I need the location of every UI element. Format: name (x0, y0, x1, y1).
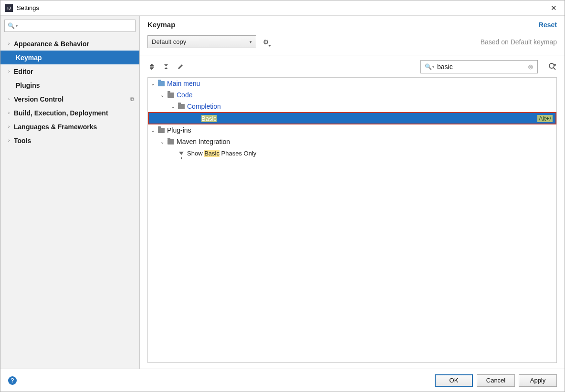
find-action-by-shortcut-icon[interactable] (548, 62, 557, 71)
chevron-right-icon: › (8, 41, 14, 46)
sidebar-item-keymap[interactable]: Keymap (0, 51, 139, 64)
window-title: Settings (17, 4, 548, 11)
tree-label: Show Basic Phases Only (187, 149, 256, 157)
tree-label: Plug-ins (167, 126, 191, 134)
sidebar-item-label: Editor (14, 68, 33, 75)
sidebar-item-label: Build, Execution, Deployment (14, 109, 108, 117)
sidebar-item-plugins[interactable]: Plugins (0, 78, 139, 92)
sidebar: 🔍▾ › Appearance & Behavior Keymap › Edit… (0, 16, 140, 369)
sidebar-item-label: Appearance & Behavior (14, 40, 89, 48)
chevron-down-icon: ⌄ (151, 81, 157, 86)
svg-point-2 (554, 64, 556, 66)
tree-node-show-basic-phases[interactable]: ⌄ Show Basic Phases Only (148, 147, 556, 159)
tree-node-plugins[interactable]: ⌄ Plug-ins (148, 124, 556, 136)
tree-node-completion[interactable]: ⌄ Completion (148, 101, 556, 112)
keymap-selector-row: Default copy ▾ ⚙ Based on Default keymap (140, 32, 565, 55)
chevron-down-icon: ⌄ (160, 139, 167, 144)
sidebar-item-editor[interactable]: › Editor (0, 64, 139, 78)
sidebar-item-label: Plugins (16, 82, 40, 89)
cancel-button[interactable]: Cancel (477, 374, 515, 387)
tree-label: Main menu (167, 80, 200, 87)
ok-button[interactable]: OK (435, 374, 473, 387)
tree-node-code[interactable]: ⌄ Code (148, 89, 556, 101)
tree-node-main-menu[interactable]: ⌄ Main menu (148, 78, 556, 89)
reset-link[interactable]: Reset (539, 21, 557, 29)
settings-panel: Keymap Reset Default copy ▾ ⚙ Based on D… (140, 16, 565, 369)
panel-title: Keymap (147, 21, 539, 29)
folder-icon (167, 138, 175, 145)
sidebar-item-label: Version Control (14, 95, 63, 103)
sidebar-item-version-control[interactable]: › Version Control ⧉ (0, 92, 139, 106)
tree-label: Completion (187, 103, 221, 110)
tree-search-input[interactable] (437, 63, 528, 71)
expand-all-icon[interactable] (147, 62, 156, 71)
chevron-right-icon: › (8, 110, 14, 115)
app-icon: IJ (5, 4, 13, 12)
tree-node-basic[interactable]: Basic Alt+/ (148, 112, 556, 124)
sidebar-list: › Appearance & Behavior Keymap › Editor … (0, 36, 139, 369)
sidebar-search[interactable]: 🔍▾ (4, 20, 136, 32)
chevron-right-icon: › (8, 69, 14, 74)
keymap-select[interactable]: Default copy ▾ (147, 35, 256, 48)
chevron-down-icon: ⌄ (151, 128, 157, 133)
chevron-down-icon: ▾ (250, 40, 252, 44)
filter-icon (178, 150, 185, 156)
keymap-select-value: Default copy (152, 38, 250, 45)
chevron-right-icon: › (8, 96, 14, 102)
keymap-tree[interactable]: ⌄ Main menu ⌄ Code ⌄ Completion Basic Al… (147, 77, 557, 363)
help-icon[interactable]: ? (8, 376, 17, 385)
sidebar-item-languages[interactable]: › Languages & Frameworks (0, 120, 139, 134)
chevron-right-icon: › (8, 124, 14, 129)
folder-icon (157, 127, 165, 134)
sidebar-item-tools[interactable]: › Tools (0, 134, 139, 147)
apply-button[interactable]: Apply (519, 374, 557, 387)
search-icon: 🔍 (425, 63, 432, 70)
clear-icon[interactable]: ⊗ (528, 63, 534, 71)
chevron-down-icon: ⌄ (160, 93, 167, 98)
main-split: 🔍▾ › Appearance & Behavior Keymap › Edit… (0, 16, 565, 369)
tree-node-maven[interactable]: ⌄ Maven Integration (148, 136, 556, 147)
titlebar: IJ Settings ✕ (0, 0, 565, 16)
shortcut-badge: Alt+/ (537, 115, 553, 122)
dialog-buttons: ? OK Cancel Apply (0, 369, 565, 392)
tree-search[interactable]: 🔍▾ ⊗ (420, 60, 538, 73)
chevron-down-icon: ⌄ (171, 104, 178, 109)
based-on-label: Based on Default keymap (481, 38, 557, 46)
svg-line-1 (554, 68, 555, 70)
project-scope-icon: ⧉ (130, 96, 135, 103)
close-icon[interactable]: ✕ (548, 4, 560, 12)
gear-icon[interactable]: ⚙ (263, 38, 269, 46)
tree-label: Basic (201, 114, 217, 122)
sidebar-item-label: Tools (14, 137, 31, 144)
collapse-all-icon[interactable] (162, 62, 170, 71)
menu-folder-icon (157, 80, 165, 87)
search-icon: 🔍 (8, 22, 15, 29)
chevron-down-icon: ▾ (16, 24, 18, 28)
sidebar-item-label: Languages & Frameworks (14, 123, 97, 131)
sidebar-item-build[interactable]: › Build, Execution, Deployment (0, 106, 139, 120)
sidebar-item-label: Keymap (16, 54, 42, 62)
folder-icon (178, 103, 185, 110)
sidebar-item-appearance[interactable]: › Appearance & Behavior (0, 37, 139, 51)
edit-icon[interactable] (176, 62, 185, 71)
folder-icon (167, 92, 175, 98)
tree-label: Code (177, 91, 192, 99)
chevron-right-icon: › (8, 138, 14, 143)
tree-label: Maven Integration (177, 138, 230, 145)
svg-point-0 (549, 63, 554, 68)
chevron-down-icon: ▾ (432, 65, 434, 69)
panel-header: Keymap Reset (140, 16, 565, 32)
tree-toolbar: 🔍▾ ⊗ (140, 55, 565, 77)
